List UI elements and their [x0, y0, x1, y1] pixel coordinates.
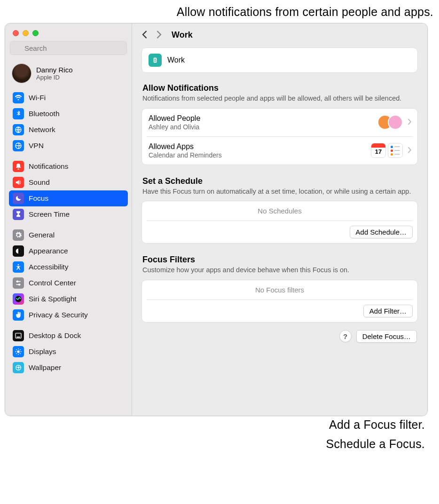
svg-rect-18	[154, 61, 156, 62]
sidebar-item-label: Desktop & Dock	[29, 331, 81, 340]
sidebar-item-displays[interactable]: Displays	[9, 344, 128, 360]
schedule-panel: No Schedules Add Schedule…	[141, 201, 418, 244]
svg-point-17	[154, 59, 156, 60]
close-button[interactable]	[13, 30, 19, 36]
schedule-sub: Have this Focus turn on automatically at…	[141, 186, 418, 201]
filters-title: Focus Filters	[141, 255, 418, 265]
sidebar: Danny Rico Apple ID Wi-FiBluetoothNetwor…	[5, 24, 132, 416]
apple-id-row[interactable]: Danny Rico Apple ID	[5, 59, 132, 90]
allowed-apps-row[interactable]: Allowed Apps Calendar and Reminders	[147, 136, 413, 165]
sidebar-item-network[interactable]: Network	[9, 122, 128, 138]
hourglass-icon	[13, 209, 24, 220]
svg-point-7	[17, 281, 18, 283]
bell-icon	[13, 161, 24, 172]
wallpaper-icon	[13, 362, 24, 373]
search-input[interactable]	[10, 41, 127, 55]
svg-rect-12	[16, 337, 20, 338]
schedule-title: Set a Schedule	[141, 176, 418, 186]
sidebar-item-label: Privacy & Security	[29, 311, 88, 319]
dock-icon	[13, 330, 24, 341]
help-button[interactable]: ?	[339, 330, 352, 342]
chevron-right-icon	[407, 147, 413, 155]
allowed-people-title: Allowed People	[149, 114, 377, 123]
sidebar-item-label: Notifications	[29, 162, 68, 171]
avatar	[12, 63, 31, 83]
sidebar-item-label: VPN	[29, 142, 44, 150]
sidebar-item-general[interactable]: General	[9, 227, 128, 243]
chevron-right-icon	[407, 118, 413, 126]
focus-header-label: Work	[167, 56, 185, 64]
allowed-apps-sub: Calendar and Reminders	[149, 151, 371, 159]
delete-focus-button[interactable]: Delete Focus…	[356, 330, 417, 343]
filters-panel: No Focus filters Add Filter…	[141, 280, 418, 323]
add-filter-button[interactable]: Add Filter…	[363, 305, 413, 317]
focus-header-card: Work	[141, 47, 418, 73]
sidebar-item-wi-fi[interactable]: Wi-Fi	[9, 90, 128, 106]
network-icon	[13, 124, 24, 135]
sidebar-item-privacy-security[interactable]: Privacy & Security	[9, 307, 128, 323]
sidebar-item-label: Bluetooth	[29, 110, 60, 118]
sidebar-nav: Wi-FiBluetoothNetworkVPNNotificationsSou…	[5, 90, 132, 385]
sidebar-item-label: Appearance	[29, 247, 68, 255]
filters-sub: Customize how your apps and device behav…	[141, 265, 418, 280]
sidebar-item-label: Wallpaper	[29, 363, 61, 372]
control-icon	[13, 277, 24, 289]
sidebar-item-sound[interactable]: Sound	[9, 174, 128, 190]
allowed-people-sub: Ashley and Olivia	[149, 123, 377, 131]
sidebar-item-label: Focus	[29, 194, 48, 203]
svg-point-5	[18, 264, 19, 266]
forward-button[interactable]	[156, 31, 162, 40]
sidebar-item-vpn[interactable]: VPN	[9, 138, 128, 154]
bluetooth-icon	[13, 108, 24, 119]
sidebar-item-label: General	[29, 231, 55, 239]
sidebar-item-appearance[interactable]: Appearance	[9, 243, 128, 259]
allowed-people-row[interactable]: Allowed People Ashley and Olivia	[142, 109, 417, 136]
accessibility-icon	[13, 261, 24, 273]
settings-window: Danny Rico Apple ID Wi-FiBluetoothNetwor…	[5, 23, 428, 416]
svg-rect-16	[154, 58, 157, 63]
sidebar-item-desktop-dock[interactable]: Desktop & Dock	[9, 328, 128, 344]
calendar-icon	[371, 143, 386, 158]
sidebar-item-notifications[interactable]: Notifications	[9, 158, 128, 174]
allow-sub: Notifications from selected people and a…	[141, 93, 418, 108]
zoom-button[interactable]	[32, 30, 39, 36]
minimize-button[interactable]	[23, 30, 29, 36]
schedule-empty: No Schedules	[147, 201, 413, 221]
sidebar-item-focus[interactable]: Focus	[9, 190, 128, 206]
work-focus-icon	[149, 54, 162, 67]
add-schedule-button[interactable]: Add Schedule…	[350, 226, 413, 238]
profile-name: Danny Rico	[36, 66, 73, 74]
people-avatars	[377, 115, 403, 130]
sidebar-item-label: Wi-Fi	[29, 94, 46, 102]
sidebar-item-accessibility[interactable]: Accessibility	[9, 259, 128, 275]
annotation-top: Allow notifications from certain people …	[0, 0, 439, 21]
sidebar-item-siri-spotlight[interactable]: Siri & Spotlight	[9, 291, 128, 307]
sidebar-item-label: Sound	[29, 178, 50, 187]
sidebar-item-label: Displays	[29, 347, 56, 356]
app-icons	[371, 143, 403, 158]
moon-icon	[13, 193, 24, 204]
sidebar-item-control-center[interactable]: Control Center	[9, 275, 128, 291]
allow-card: Allowed People Ashley and Olivia	[141, 108, 418, 165]
wifi-icon	[13, 92, 24, 103]
sidebar-item-label: Siri & Spotlight	[29, 295, 77, 303]
sidebar-item-label: Screen Time	[29, 210, 70, 219]
sidebar-item-screen-time[interactable]: Screen Time	[9, 206, 128, 222]
hand-icon	[13, 309, 24, 321]
page-title: Work	[172, 30, 193, 40]
appearance-icon	[13, 245, 24, 257]
back-button[interactable]	[141, 31, 148, 40]
sidebar-item-wallpaper[interactable]: Wallpaper	[9, 360, 128, 376]
svg-point-13	[17, 351, 19, 353]
allowed-apps-title: Allowed Apps	[149, 142, 371, 151]
sidebar-item-bluetooth[interactable]: Bluetooth	[9, 106, 128, 122]
reminders-icon	[388, 143, 403, 158]
window-controls	[5, 24, 132, 41]
allow-title: Allow Notifications	[141, 83, 418, 93]
gear-icon	[13, 229, 24, 241]
filters-empty: No Focus filters	[147, 280, 413, 300]
vpn-icon	[13, 140, 24, 151]
siri-icon	[13, 293, 24, 305]
annotation-schedule: Schedule a Focus.	[0, 435, 439, 455]
sidebar-item-label: Network	[29, 126, 55, 134]
